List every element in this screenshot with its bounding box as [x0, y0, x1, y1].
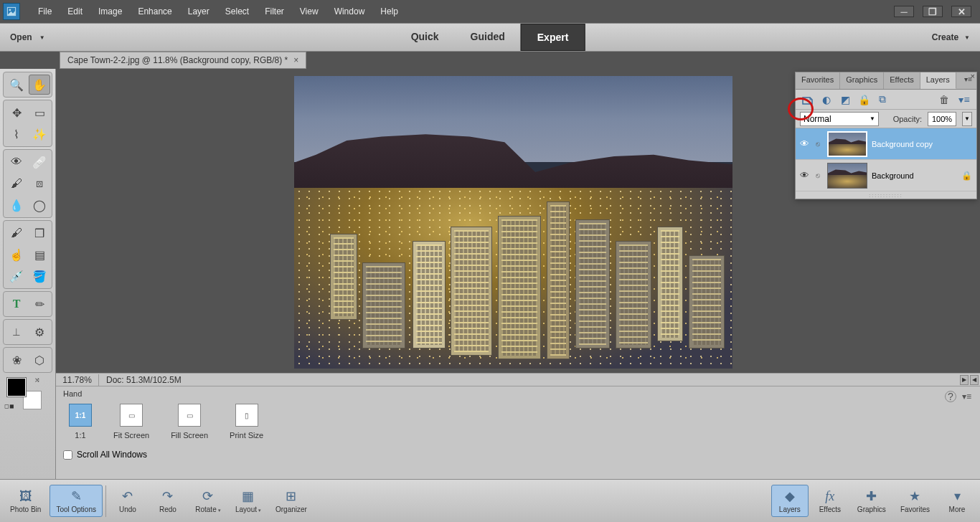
tool-sponge[interactable]: ◯ — [29, 195, 50, 215]
tool-text[interactable]: T — [6, 294, 27, 314]
panel-tab-layers[interactable]: Layers — [920, 72, 956, 89]
menu-image[interactable]: Image — [90, 0, 130, 23]
bb-tool-options[interactable]: ✎Tool Options — [50, 485, 103, 517]
blend-mode-select[interactable]: Normal ▼ — [800, 112, 879, 126]
tool-cookie[interactable]: ⚙ — [29, 322, 50, 342]
tool-magic-wand[interactable]: ✨ — [29, 124, 50, 144]
bb-favorites[interactable]: ★Favorites — [895, 485, 936, 517]
trash-icon[interactable]: 🗑 — [938, 93, 951, 106]
options-menu-icon[interactable]: ▾≡ — [962, 392, 971, 402]
tool-brush[interactable]: 🖌 — [6, 223, 27, 243]
reset-colors-icon[interactable]: ◻◼ — [4, 403, 14, 409]
open-button[interactable]: Open ▼ — [10, 32, 45, 42]
option-label: Fill Screen — [171, 431, 208, 440]
tool-options: Hand ? ▾≡ 1:11:1▭Fit Screen▭Fill Screen▯… — [56, 386, 980, 479]
favorites-icon: ★ — [909, 488, 920, 504]
tool-stamp[interactable]: ⧇ — [29, 174, 50, 194]
menu-edit[interactable]: Edit — [60, 0, 90, 23]
panels: × FavoritesGraphicsEffectsLayers▾≡ ◐ ◩ 🔒… — [795, 72, 977, 199]
mode-tab-expert[interactable]: Expert — [521, 24, 585, 51]
panel-tab-favorites[interactable]: Favorites — [796, 72, 840, 89]
menu-window[interactable]: Window — [326, 0, 373, 23]
help-icon[interactable]: ? — [945, 391, 956, 402]
tool-crop[interactable]: ⟂ — [6, 322, 27, 342]
layer-mask-icon[interactable]: ◩ — [839, 93, 852, 106]
option-1:1[interactable]: 1:11:1 — [69, 404, 92, 440]
tool-custom[interactable]: ⬡ — [29, 350, 50, 370]
swap-colors-icon[interactable]: ⤭ — [34, 376, 40, 384]
color-swatches[interactable]: ⤭◻◼ — [7, 378, 42, 409]
tool-eyedropper[interactable]: 💉 — [6, 266, 27, 286]
panel-tab-graphics[interactable]: Graphics — [840, 72, 884, 89]
disclosure-arrow[interactable]: ▶ — [960, 375, 969, 385]
option-fit-screen[interactable]: ▭Fit Screen — [113, 404, 149, 440]
tool-gradient[interactable]: ▤ — [29, 245, 50, 265]
tool-zoom[interactable]: 🔍 — [6, 75, 27, 95]
menu-file[interactable]: File — [30, 0, 60, 23]
bb-layers[interactable]: ◆Layers — [771, 485, 809, 517]
layer-row[interactable]: 👁⎋Background copy — [796, 128, 976, 160]
scroll-all-checkbox[interactable]: Scroll All Windows — [63, 450, 973, 460]
tool-blur[interactable]: 💧 — [6, 195, 27, 215]
minimize-button[interactable]: ─ — [894, 6, 914, 17]
opacity-value[interactable]: 100% — [928, 112, 956, 126]
bb-redo[interactable]: ↷Redo — [149, 485, 187, 516]
foreground-swatch[interactable] — [7, 378, 26, 397]
scroll-left[interactable]: ◀ — [970, 375, 979, 385]
tool-bucket[interactable]: 🪣 — [29, 266, 50, 286]
tool-lasso[interactable]: ⌇ — [6, 124, 27, 144]
visibility-icon[interactable]: 👁 — [800, 170, 811, 181]
layer-row[interactable]: 👁⎋Background🔒 — [796, 160, 976, 191]
panel-close-icon[interactable]: × — [971, 72, 975, 80]
bb-undo[interactable]: ↶Undo — [109, 485, 146, 516]
opacity-dropdown[interactable]: ▼ — [962, 112, 972, 126]
new-layer-icon[interactable] — [801, 93, 814, 106]
bb-graphics[interactable]: ✚Graphics — [852, 485, 892, 517]
tool-brush-sel[interactable]: 🖌 — [6, 174, 27, 194]
link-layers-icon[interactable]: ⧉ — [876, 93, 889, 106]
bb-rotate[interactable]: ⟳Rotate ▾ — [189, 485, 227, 516]
option-print-size[interactable]: ▯Print Size — [230, 404, 263, 440]
mode-tab-quick[interactable]: Quick — [395, 24, 455, 51]
bb-layout[interactable]: ▦Layout ▾ — [230, 485, 267, 516]
bb-effects[interactable]: fxEffects — [811, 485, 849, 517]
maximize-button[interactable]: ❐ — [923, 6, 943, 17]
tool-eraser[interactable]: ❒ — [29, 223, 50, 243]
panel-menu-icon[interactable]: ▾≡ — [958, 93, 971, 106]
menu-layer[interactable]: Layer — [180, 0, 217, 23]
zoom-percent[interactable]: 11.78% — [56, 374, 99, 386]
bb-photo-bin[interactable]: 🖼Photo Bin — [4, 485, 47, 517]
menu-help[interactable]: Help — [372, 0, 406, 23]
panel-tab-effects[interactable]: Effects — [884, 72, 920, 89]
document-tab[interactable]: Cape Town-2-2.jpg @ 11.8% (Background co… — [60, 52, 306, 69]
tool-smudge[interactable]: ☝ — [6, 245, 27, 265]
blend-mode-value: Normal — [804, 114, 831, 124]
bb-organizer[interactable]: ⊞Organizer — [270, 485, 313, 516]
visibility-icon[interactable]: 👁 — [800, 138, 811, 149]
layer-thumbnail[interactable] — [827, 131, 867, 157]
bb-more[interactable]: ▾More — [938, 485, 976, 517]
tool-hand[interactable]: ✋ — [29, 75, 50, 95]
menu-enhance[interactable]: Enhance — [130, 0, 179, 23]
tool-shape[interactable]: ❀ — [6, 350, 27, 370]
lock-icon[interactable]: 🔒 — [857, 93, 870, 106]
close-button[interactable]: ✕ — [951, 6, 971, 17]
tool-move[interactable]: ✥ — [6, 103, 27, 123]
layer-thumbnail[interactable] — [827, 163, 867, 189]
menu-filter[interactable]: Filter — [257, 0, 292, 23]
panel-resize-grip[interactable]: :::::::::::: — [796, 191, 976, 199]
option-fill-screen[interactable]: ▭Fill Screen — [171, 404, 208, 440]
tool-rect-marquee[interactable]: ▭ — [29, 103, 50, 123]
tool-redeye[interactable]: 👁 — [6, 152, 27, 172]
link-icon[interactable]: ⎋ — [816, 140, 823, 148]
scroll-all-input[interactable] — [63, 450, 72, 460]
menu-view[interactable]: View — [292, 0, 326, 23]
create-button[interactable]: Create ▼ — [932, 32, 970, 42]
tool-healing[interactable]: 🩹 — [29, 152, 50, 172]
close-tab-icon[interactable]: × — [293, 55, 298, 65]
menu-select[interactable]: Select — [217, 0, 257, 23]
tool-pencil[interactable]: ✏ — [29, 294, 50, 314]
adjustment-layer-icon[interactable]: ◐ — [820, 93, 833, 106]
link-icon[interactable]: ⎋ — [816, 171, 823, 179]
mode-tab-guided[interactable]: Guided — [455, 24, 521, 51]
